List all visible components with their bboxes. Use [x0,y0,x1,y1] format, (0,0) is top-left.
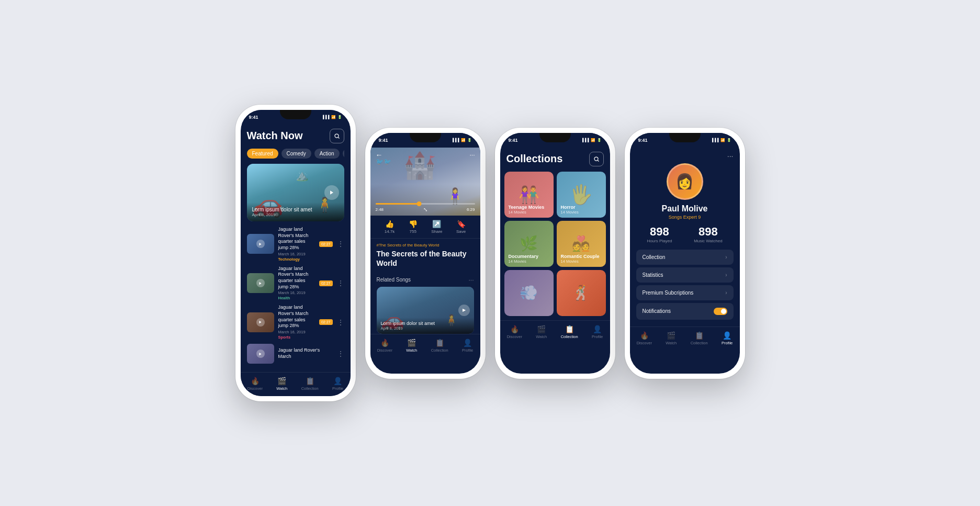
nav-profile[interactable]: 👤 Profile [462,339,473,353]
chevron-right-icon: › [725,290,727,296]
dislike-button[interactable]: 👎 755 [409,220,418,234]
list-more-button[interactable]: ⋮ [337,240,344,248]
phone1-inner: 9:41 ▐▐▐ 📶 🔋 Watch Now [241,110,351,396]
player-hero[interactable]: 🏰 🧍‍♀️ 🐦🐦 ← ··· 2:48 ⤡ 6: [370,148,480,216]
related-more-button[interactable]: ··· [468,276,474,284]
svg-line-8 [598,160,599,161]
nav-discover[interactable]: 🔥 Discover [637,331,652,345]
related-card[interactable]: 🚗 🧍 Lorm ipsum dolor sit amet April 8, 2… [377,287,474,334]
hero-card[interactable]: 🚗 🧍 ⛰️ Lorm ipsum dolor sit amet April 8… [247,164,344,221]
back-button[interactable]: ← [376,151,383,159]
thumb-play[interactable] [256,279,265,287]
nav-profile-label: Profile [592,334,603,339]
search-button[interactable] [330,129,344,143]
collections-header: Collections [500,148,610,172]
phone1-content: Watch Now Featured Comedy Action Drama [241,125,351,372]
collection-card-5[interactable]: 💨 [504,270,554,316]
collection-card-romantic[interactable]: 💑 Romantic Couple 14 Movies [557,221,606,267]
signal-icon: ▐▐▐ [581,138,589,142]
save-label: Save [456,229,466,234]
nav-profile[interactable]: 👤 Profile [592,325,603,339]
nav-profile-label: Profile [462,348,473,353]
nav-watch-label: Watch [666,341,677,345]
related-card-date: April 8, 2019 [381,326,470,331]
nav-watch-label: Watch [406,348,417,353]
nav-profile[interactable]: 👤 Profile [332,377,343,391]
nav-collection[interactable]: 📋 Collection [301,377,319,391]
status-time-4: 9:41 [638,138,648,143]
like-icon: 👍 [385,220,394,228]
notifications-toggle[interactable] [714,308,727,315]
hours-played-label: Hours Played [647,239,672,243]
nav-watch[interactable]: 🎬 Watch [276,377,287,391]
like-button[interactable]: 👍 14.7k [385,220,395,234]
bottom-nav-2: 🔥 Discover 🎬 Watch 📋 Collection 👤 Profil… [370,334,480,358]
status-time-2: 9:41 [379,138,388,143]
related-card-overlay: Lorm ipsum dolor sit amet April 8, 2019 [377,318,474,334]
collections-search-button[interactable] [589,152,604,166]
nav-profile[interactable]: 👤 Profile [722,331,733,345]
collection-count: 14 Movies [509,210,549,215]
filter-tabs: Featured Comedy Action Drama [247,149,344,159]
thumb-play[interactable] [256,240,265,248]
discover-icon: 🔥 [510,325,519,333]
nav-discover[interactable]: 🔥 Discover [507,325,522,339]
share-button[interactable]: ↗️ Share [431,220,442,234]
list-title: Jaguar land Rover's March quarter sales … [278,227,315,251]
player-hashtag: #The Secrets of the Beauty World [377,243,474,248]
progress-track[interactable] [376,203,475,205]
nav-collection-label: Collection [301,386,319,391]
nav-watch[interactable]: 🎬 Watch [666,331,677,345]
save-icon: 🔖 [457,220,466,228]
filter-featured[interactable]: Featured [247,149,278,159]
nav-collection-label: Collection [691,341,708,345]
nav-watch[interactable]: 🎬 Watch [406,339,417,353]
collection-card-6[interactable]: 🕺 [557,270,606,316]
player-bottom-bar: 2:48 ⤡ 6:29 [370,201,480,216]
related-play-button[interactable]: ▶ [458,305,470,316]
list-more-button[interactable]: ⋮ [337,318,344,327]
filter-drama[interactable]: Drama [343,149,344,159]
nav-discover[interactable]: 🔥 Discover [377,339,392,353]
fullscreen-icon[interactable]: ⤡ [423,207,427,212]
nav-collection[interactable]: 📋 Collection [691,331,708,345]
save-button[interactable]: 🔖 Save [456,220,466,234]
status-bar-1: 9:41 ▐▐▐ 📶 🔋 [241,110,351,125]
filter-action[interactable]: Action [314,149,340,159]
nav-collection[interactable]: 📋 Collection [431,339,448,353]
thumb-play[interactable] [256,318,265,327]
list-more-button[interactable]: ⋮ [337,279,344,287]
menu-statistics[interactable]: Statistics › [636,267,734,283]
nav-discover[interactable]: 🔥 Discover [247,377,263,391]
collections-grid: 👫 Teenage Movies 14 Movies 🖐️ Horror 14 … [500,172,610,320]
nav-discover-label: Discover [637,341,652,345]
list-item: Jaguar land Rover's March ⋮ [247,344,344,364]
nav-watch[interactable]: 🎬 Watch [536,325,547,339]
phone4-outer: 9:41 ▐▐▐ 📶 🔋 ··· 👩 Paul Molive Songs Exp… [625,128,745,379]
hero-play-button[interactable] [324,185,339,200]
player-more-button[interactable]: ··· [469,151,475,159]
nav-profile-label: Profile [722,341,733,345]
profile-icon: 👤 [463,339,472,347]
list-thumb [247,234,274,254]
filter-comedy[interactable]: Comedy [281,149,311,159]
status-icons-3: ▐▐▐ 📶 🔋 [581,138,602,142]
thumb-play[interactable] [256,350,265,358]
collection-card-horror[interactable]: 🖐️ Horror 14 Movies [557,172,606,218]
list-title: Jaguar land Rover's March quarter sales … [278,305,315,329]
collection-overlay: Romantic Couple 14 Movies [557,251,606,267]
dislike-count: 755 [410,229,416,234]
profile-more-button[interactable]: ··· [636,152,734,160]
collection-card-documentary[interactable]: 🌿 Documentary 14 Movies [504,221,554,267]
nav-collection[interactable]: 📋 Collection [561,325,578,339]
collection-card-teenage[interactable]: 👫 Teenage Movies 14 Movies [504,172,554,218]
menu-collection[interactable]: Collection › [636,250,734,265]
collection-name: Horror [561,205,602,210]
list-duration: 02:27 [319,319,333,325]
list-more-button[interactable]: ⋮ [337,350,344,358]
current-time: 2:48 [376,207,384,212]
menu-premium[interactable]: Premium Subcriptions › [636,285,734,300]
wifi-icon: 📶 [331,115,336,119]
menu-notifications[interactable]: Notifications [636,303,734,320]
hero-date: April 8, 2019 [252,212,339,217]
